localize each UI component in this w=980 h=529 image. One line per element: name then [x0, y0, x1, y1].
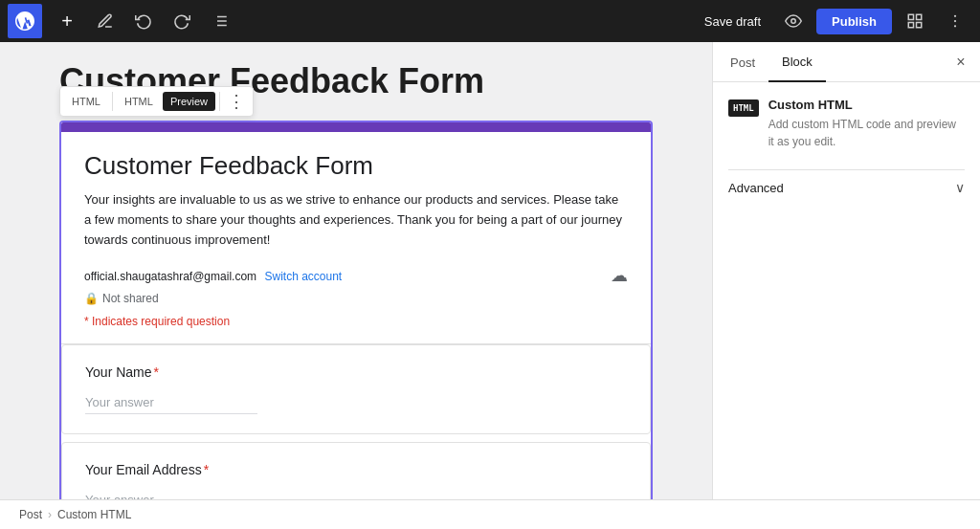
- preview-button[interactable]: [776, 4, 811, 38]
- form-header: Customer Feedback Form Your insights are…: [61, 122, 651, 344]
- svg-point-11: [954, 15, 956, 17]
- required-note: * Indicates required question: [84, 315, 628, 328]
- svg-point-6: [791, 19, 796, 24]
- form-field-name: Your Name*: [61, 344, 651, 434]
- editor-area: Customer Feedback Form HTML HTML Preview…: [0, 42, 712, 499]
- not-shared-row: 🔒 Not shared: [84, 292, 628, 305]
- undo-button[interactable]: [126, 4, 161, 38]
- settings-button[interactable]: [898, 4, 932, 38]
- form-description: Your insights are invaluable to us as we…: [84, 190, 628, 250]
- right-sidebar: Post Block × HTML Custom HTML Add custom…: [712, 42, 980, 499]
- chevron-down-icon: ∨: [955, 180, 965, 195]
- breadcrumb-post-link[interactable]: Post: [19, 508, 42, 521]
- block-type-info: HTML Custom HTML Add custom HTML code an…: [728, 98, 965, 150]
- block-info: Custom HTML Add custom HTML code and pre…: [768, 98, 965, 150]
- block-toolbar: HTML HTML Preview ⋮: [59, 86, 254, 117]
- list-view-button[interactable]: [203, 4, 237, 38]
- svg-rect-9: [917, 23, 922, 28]
- svg-rect-7: [908, 14, 913, 19]
- html-badge: HTML: [728, 99, 759, 117]
- cloud-icon: ☁: [611, 265, 628, 286]
- breadcrumb-separator: ›: [48, 508, 52, 521]
- block-type-name: Custom HTML: [768, 98, 965, 112]
- add-block-button[interactable]: +: [50, 4, 84, 38]
- required-star-2: *: [204, 462, 209, 477]
- account-row: official.shaugatashraf@gmail.com Switch …: [84, 265, 628, 286]
- field-email-label: Your Email Address*: [85, 462, 627, 477]
- required-star-1: *: [154, 364, 159, 380]
- account-email: official.shaugatashraf@gmail.com: [84, 270, 256, 283]
- block-preview-button[interactable]: Preview: [163, 92, 215, 111]
- divider: [112, 92, 113, 111]
- sidebar-content: HTML Custom HTML Add custom HTML code an…: [713, 82, 980, 499]
- svg-rect-10: [908, 23, 913, 28]
- sidebar-close-button[interactable]: ×: [946, 47, 976, 77]
- svg-point-12: [954, 20, 956, 22]
- preview-frame: Customer Feedback Form Your insights are…: [59, 121, 653, 499]
- form-title: Customer Feedback Form: [84, 151, 628, 181]
- breadcrumb: Post › Custom HTML: [0, 499, 980, 529]
- wp-logo[interactable]: [8, 4, 42, 38]
- sidebar-header: Post Block ×: [713, 42, 980, 82]
- block-container: HTML HTML Preview ⋮ Customer Feedback Fo…: [59, 121, 653, 499]
- block-html-type-button[interactable]: HTML: [64, 92, 108, 111]
- form-field-email: Your Email Address*: [61, 442, 651, 499]
- save-draft-button[interactable]: Save draft: [695, 9, 770, 34]
- lock-icon: 🔒: [84, 292, 99, 305]
- tab-post[interactable]: Post: [717, 44, 768, 81]
- breadcrumb-current: Custom HTML: [57, 508, 131, 521]
- toolbar: + Save draft Publish: [0, 0, 980, 42]
- field-name-label: Your Name*: [85, 364, 627, 380]
- main-layout: Customer Feedback Form HTML HTML Preview…: [0, 42, 980, 499]
- advanced-label: Advanced: [728, 181, 784, 195]
- tab-block[interactable]: Block: [768, 43, 826, 82]
- account-info: official.shaugatashraf@gmail.com Switch …: [84, 267, 342, 284]
- switch-account-link[interactable]: Switch account: [265, 270, 343, 283]
- divider2: [219, 92, 220, 111]
- field-email-input[interactable]: [85, 489, 257, 499]
- block-html-button[interactable]: HTML: [117, 92, 161, 111]
- svg-rect-8: [917, 14, 922, 19]
- publish-button[interactable]: Publish: [816, 9, 892, 34]
- more-options-button[interactable]: [938, 4, 972, 38]
- advanced-section-header[interactable]: Advanced ∨: [728, 169, 965, 205]
- not-shared-label: Not shared: [102, 292, 159, 305]
- block-type-description: Add custom HTML code and preview it as y…: [768, 116, 965, 150]
- svg-point-13: [954, 25, 956, 27]
- field-name-input[interactable]: [85, 391, 257, 414]
- tools-button[interactable]: [88, 4, 122, 38]
- block-more-button[interactable]: ⋮: [224, 89, 249, 114]
- redo-button[interactable]: [165, 4, 199, 38]
